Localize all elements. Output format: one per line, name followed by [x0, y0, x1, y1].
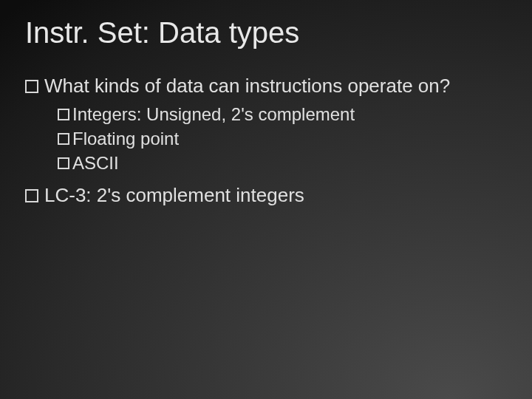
square-bullet-icon: [58, 133, 69, 145]
bullet-level2: ASCII: [58, 151, 502, 174]
bullet-level2: Floating point: [58, 127, 502, 150]
bullet-text: Floating point: [72, 127, 179, 150]
square-bullet-icon: [25, 80, 38, 93]
bullet-level1: What kinds of data can instructions oper…: [25, 74, 502, 98]
spacer: [25, 176, 502, 183]
square-bullet-icon: [58, 109, 69, 120]
bullet-level2: Integers: Unsigned, 2's complement: [58, 103, 502, 126]
slide-title: Instr. Set: Data types: [25, 16, 299, 50]
bullet-text: Integers: Unsigned, 2's complement: [72, 103, 355, 126]
bullet-text: What kinds of data can instructions oper…: [44, 74, 450, 98]
slide-body: What kinds of data can instructions oper…: [25, 74, 502, 212]
square-bullet-icon: [58, 157, 69, 169]
slide: Instr. Set: Data types What kinds of dat…: [0, 0, 532, 399]
bullet-text: ASCII: [72, 151, 119, 174]
square-bullet-icon: [25, 189, 38, 202]
bullet-text: LC-3: 2's complement integers: [44, 183, 304, 208]
bullet-level1: LC-3: 2's complement integers: [25, 183, 502, 208]
